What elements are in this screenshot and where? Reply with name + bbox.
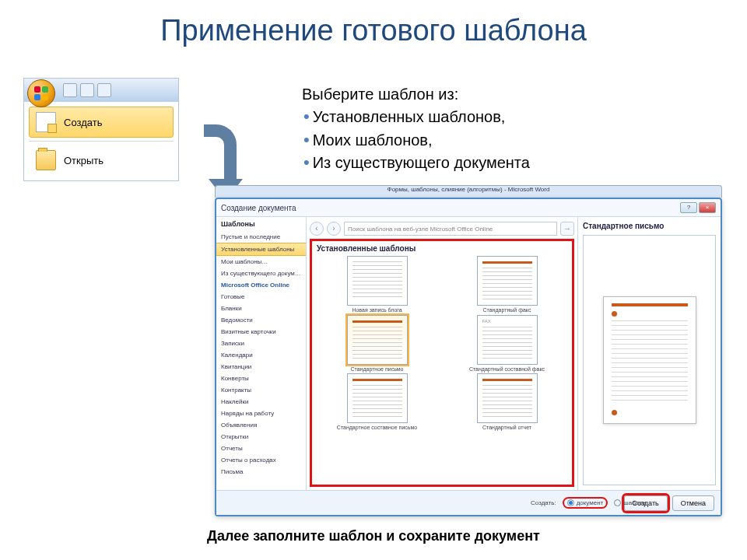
save-icon[interactable] xyxy=(63,83,77,97)
category-item[interactable]: Записки xyxy=(216,338,306,349)
category-item[interactable]: Бланки xyxy=(216,303,306,314)
menu-divider xyxy=(29,141,174,142)
radio-document[interactable]: документ xyxy=(567,499,604,506)
instruction-item: Моих шаблонов, xyxy=(303,128,530,152)
template-item-selected[interactable]: Стандартное письмо xyxy=(317,315,437,373)
category-item[interactable]: Пустые и последние xyxy=(216,231,306,243)
nav-forward-icon[interactable]: › xyxy=(327,222,341,236)
new-document-icon xyxy=(36,112,56,132)
dialog-title: Создание документа xyxy=(221,204,296,212)
category-item[interactable]: Из существующего документа… xyxy=(216,268,306,279)
create-as-radio-group: Создать: документ шаблон xyxy=(531,497,646,509)
undo-icon[interactable] xyxy=(80,83,94,97)
redo-icon[interactable] xyxy=(97,83,111,97)
category-item[interactable]: Открытки xyxy=(216,431,306,443)
template-item[interactable]: Стандартное составное письмо xyxy=(317,373,437,431)
menu-item-label: Создать xyxy=(64,117,102,128)
instructions-text: Выберите шаблон из: Установленных шаблон… xyxy=(302,84,530,174)
category-item[interactable]: Мои шаблоны… xyxy=(216,256,306,268)
template-label: Стандартный факс xyxy=(447,307,567,313)
template-label: Новая запись блога xyxy=(317,307,437,313)
category-item[interactable]: Наряды на работу xyxy=(216,408,306,419)
template-label: Стандартный составной факс xyxy=(447,366,567,373)
nav-back-icon[interactable]: ‹ xyxy=(310,222,324,236)
office-menu-snippet: Создать Открыть xyxy=(23,78,179,181)
template-label: Стандартное письмо xyxy=(317,366,437,373)
category-item[interactable]: Объявления xyxy=(216,419,306,431)
instruction-item: Установленных шаблонов, xyxy=(303,105,530,128)
search-go-icon[interactable]: → xyxy=(560,222,574,236)
template-preview-panel: Стандартное письмо xyxy=(577,217,721,490)
template-label: Стандартный отчет xyxy=(447,425,567,431)
template-category-list: Шаблоны Пустые и последние Установленные… xyxy=(216,217,307,490)
radio-template[interactable]: шаблон xyxy=(614,499,646,506)
slide-title: Применение готового шаблона xyxy=(0,0,747,54)
cancel-button[interactable]: Отмена xyxy=(672,495,714,511)
category-item[interactable]: Квитанции xyxy=(216,361,306,373)
radio-group-label: Создать: xyxy=(531,499,556,506)
gallery-highlight-box: Установленные шаблоны Новая запись блога… xyxy=(310,239,574,487)
dialog-footer: Создать: документ шаблон Создать Отмена xyxy=(216,490,721,515)
instructions-lead: Выберите шаблон из: xyxy=(302,84,530,105)
quick-access-toolbar xyxy=(24,79,178,102)
category-item-installed[interactable]: Установленные шаблоны xyxy=(216,243,306,256)
category-item[interactable]: Контракты xyxy=(216,384,306,396)
category-item[interactable]: Письма xyxy=(216,466,306,478)
template-item[interactable]: Новая запись блога xyxy=(317,256,437,313)
template-item[interactable]: FAX Стандартный составной факс xyxy=(447,315,567,373)
footer-instruction: Далее заполните шаблон и сохраните докум… xyxy=(0,528,747,544)
template-item[interactable]: Стандартный факс xyxy=(447,256,567,313)
word-window-title: Формы, шаблоны, слияние (алгоритмы) - Mi… xyxy=(215,185,722,198)
preview-thumbnail xyxy=(583,235,716,485)
category-item[interactable]: Календари xyxy=(216,349,306,361)
category-item[interactable]: Ведомости xyxy=(216,314,306,326)
office-button-icon[interactable] xyxy=(27,79,55,107)
template-gallery-panel: ‹ › Поиск шаблона на веб-узле Microsoft … xyxy=(307,217,577,490)
preview-title: Стандартное письмо xyxy=(583,222,716,230)
help-button[interactable]: ? xyxy=(680,202,697,213)
folder-open-icon xyxy=(36,150,56,170)
new-document-dialog: Создание документа ? × Шаблоны Пустые и … xyxy=(215,198,722,516)
category-section-online[interactable]: Microsoft Office Online xyxy=(216,279,306,291)
category-item[interactable]: Визитные карточки xyxy=(216,326,306,338)
menu-item-open[interactable]: Открыть xyxy=(29,145,174,176)
instruction-item: Из существующего документа xyxy=(303,151,530,174)
category-item[interactable]: Отчеты xyxy=(216,443,306,454)
menu-item-label: Открыть xyxy=(64,155,103,166)
template-label: Стандартное составное письмо xyxy=(317,425,437,431)
menu-item-create[interactable]: Создать xyxy=(29,107,174,138)
close-button[interactable]: × xyxy=(699,202,716,213)
category-item[interactable]: Отчеты о расходах xyxy=(216,454,306,466)
category-item[interactable]: Конверты xyxy=(216,373,306,384)
category-item[interactable]: Наклейки xyxy=(216,396,306,408)
dialog-titlebar: Создание документа ? × xyxy=(216,199,721,216)
category-header: Шаблоны xyxy=(216,217,306,231)
category-item[interactable]: Готовые xyxy=(216,291,306,303)
template-item[interactable]: Стандартный отчет xyxy=(447,373,567,431)
gallery-title: Установленные шаблоны xyxy=(317,244,567,253)
template-search-input[interactable]: Поиск шаблона на веб-узле Microsoft Offi… xyxy=(344,222,557,236)
